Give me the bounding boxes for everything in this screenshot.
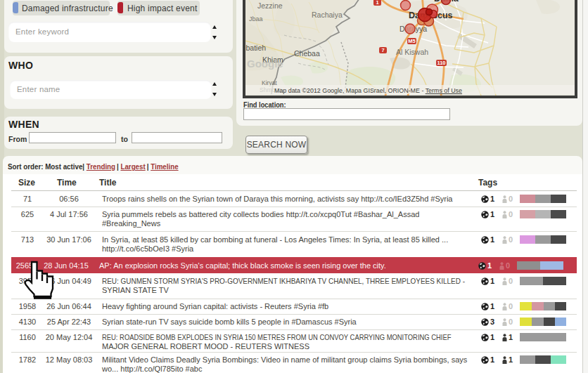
svg-text:7: 7	[381, 47, 384, 53]
svg-text:Google: Google	[247, 58, 283, 70]
svg-text:110: 110	[437, 60, 445, 66]
svg-text:1: 1	[376, 0, 378, 6]
svg-text:Jezzine: Jezzine	[257, 1, 283, 10]
svg-text:Al Kiswah: Al Kiswah	[396, 48, 428, 56]
svg-text:Jbaa: Jbaa	[249, 15, 263, 22]
svg-text:Rachaiya: Rachaiya	[312, 11, 343, 19]
svg-text:Map data ©2012 Google, Mapa GI: Map data ©2012 Google, Mapa GISrael, ORI…	[274, 86, 462, 94]
svg-text:Chebaa: Chebaa	[294, 49, 320, 58]
svg-text:M5: M5	[408, 38, 415, 44]
svg-text:batieh: batieh	[246, 44, 267, 52]
